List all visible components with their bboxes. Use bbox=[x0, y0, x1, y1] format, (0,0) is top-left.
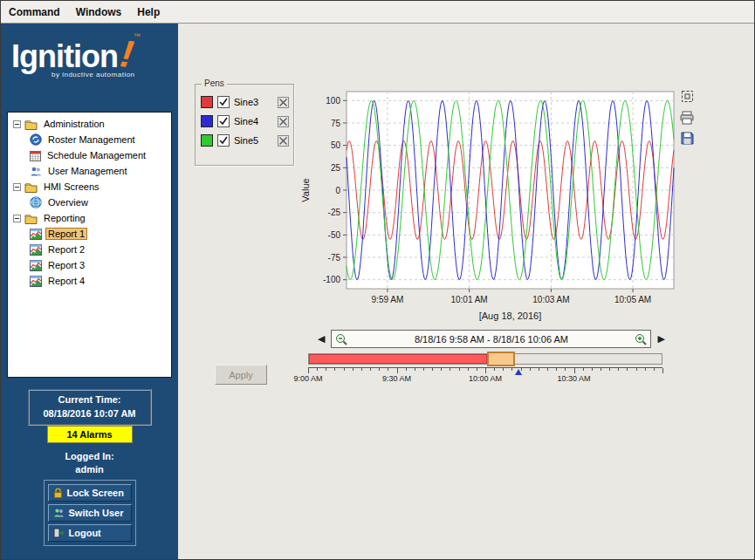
timeline-tick bbox=[654, 368, 655, 371]
apply-button[interactable]: Apply bbox=[215, 365, 267, 385]
tree-item-label: User Management bbox=[45, 165, 130, 177]
timeline-tick bbox=[547, 368, 548, 371]
timeline-tick bbox=[565, 368, 566, 371]
pen-color-swatch bbox=[201, 115, 213, 127]
tree-item-report-1[interactable]: Report 1 bbox=[9, 226, 170, 242]
timeline-tick bbox=[334, 368, 335, 371]
tree-collapse-handle[interactable] bbox=[13, 183, 21, 191]
tree-item-reporting[interactable]: Reporting bbox=[9, 210, 170, 226]
timeline-track[interactable] bbox=[308, 353, 662, 365]
menu-command[interactable]: Command bbox=[9, 6, 60, 18]
svg-text:100: 100 bbox=[326, 96, 340, 106]
timeline-selection[interactable] bbox=[487, 352, 515, 366]
tree-item-label: Reporting bbox=[41, 212, 88, 224]
pen-delete-icon[interactable] bbox=[278, 97, 289, 108]
timeline-current-time-marker bbox=[515, 369, 522, 375]
tree-item-label: Schedule Management bbox=[45, 149, 148, 161]
timeline-tick-label: 10:30 AM bbox=[557, 374, 590, 383]
pen-checkbox[interactable] bbox=[217, 96, 230, 108]
logged-in-block: Logged In: admin bbox=[1, 450, 178, 477]
svg-text:Value: Value bbox=[300, 178, 311, 201]
timeline-tick-label: 9:30 AM bbox=[382, 374, 411, 383]
range-forward-button[interactable]: ▶ bbox=[657, 330, 664, 348]
tree-item-label: HMI Screens bbox=[41, 181, 102, 193]
pen-checkbox[interactable] bbox=[217, 134, 230, 147]
nav-tree: AdministrationRoster ManagementSchedule … bbox=[7, 112, 172, 378]
timeline-tick bbox=[344, 368, 345, 371]
pens-panel: Pens Sine3Sine4Sine5 bbox=[195, 84, 294, 166]
tree-item-label: Report 4 bbox=[45, 275, 87, 287]
tree-item-label: Report 2 bbox=[45, 243, 87, 256]
current-time-box: Current Time: 08/18/2016 10:07 AM bbox=[28, 389, 152, 426]
svg-text:-100: -100 bbox=[323, 275, 340, 284]
timeline-tick bbox=[583, 368, 584, 371]
tree-item-report-3[interactable]: Report 3 bbox=[9, 257, 170, 273]
timeline-tick bbox=[618, 368, 619, 371]
tree-item-user-management[interactable]: User Management bbox=[9, 163, 170, 179]
tree-item-label: Roster Management bbox=[45, 133, 138, 146]
timeline-tick bbox=[485, 368, 486, 373]
svg-text:9:59 AM: 9:59 AM bbox=[372, 295, 404, 304]
report-icon bbox=[30, 229, 42, 240]
tree-collapse-handle[interactable] bbox=[13, 215, 21, 222]
timeline-tick bbox=[539, 368, 539, 371]
switch-user-icon bbox=[53, 508, 65, 518]
timeline-tick bbox=[645, 368, 646, 371]
folder-icon bbox=[24, 181, 38, 193]
timeline-tick bbox=[370, 368, 371, 371]
pen-checkbox[interactable] bbox=[217, 115, 230, 127]
menu-windows[interactable]: Windows bbox=[76, 6, 122, 18]
session-button-label: Switch User bbox=[69, 508, 124, 518]
folder-icon bbox=[24, 213, 38, 224]
pen-row-sine3: Sine3 bbox=[201, 92, 289, 112]
tree-item-label: Report 1 bbox=[45, 228, 87, 240]
svg-text:50: 50 bbox=[331, 140, 341, 150]
lock-screen-button[interactable]: Lock Screen bbox=[48, 484, 132, 502]
tree-item-label: Overview bbox=[45, 196, 91, 208]
window-body: Ignition!™ by inductive automation Admin… bbox=[1, 24, 754, 559]
tree-item-overview[interactable]: Overview bbox=[9, 195, 170, 210]
timeline-tick bbox=[556, 368, 557, 371]
save-button[interactable] bbox=[678, 132, 696, 147]
maximize-button[interactable] bbox=[678, 90, 696, 106]
pen-delete-icon[interactable] bbox=[278, 116, 289, 127]
logout-button[interactable]: Logout bbox=[48, 524, 132, 542]
tree-item-schedule-management[interactable]: Schedule Management bbox=[9, 147, 170, 163]
users-icon bbox=[30, 166, 42, 177]
timeline-tick bbox=[609, 368, 610, 371]
tree-item-report-2[interactable]: Report 2 bbox=[9, 242, 170, 257]
menu-help[interactable]: Help bbox=[137, 6, 160, 18]
svg-text:-75: -75 bbox=[328, 253, 341, 263]
calendar-icon bbox=[30, 150, 41, 161]
folder-icon bbox=[24, 119, 38, 130]
print-icon bbox=[680, 111, 694, 127]
pen-list: Sine3Sine4Sine5 bbox=[196, 85, 293, 150]
pen-delete-icon[interactable] bbox=[278, 135, 289, 147]
alarms-badge[interactable]: 14 Alarms bbox=[47, 426, 133, 443]
range-selector: ◀ 8/18/16 9:58 AM - 8/18/16 10:06 AM ▶ bbox=[318, 330, 665, 348]
current-time-value: 08/18/2016 10:07 AM bbox=[30, 407, 150, 421]
timeline-tick bbox=[468, 368, 469, 371]
timeline-tick bbox=[379, 368, 380, 371]
timeline-history-bar bbox=[309, 354, 487, 364]
switch-user-button[interactable]: Switch User bbox=[48, 504, 132, 522]
maximize-icon bbox=[681, 90, 694, 106]
timeline-tick bbox=[397, 368, 398, 373]
svg-text:-50: -50 bbox=[328, 230, 341, 240]
timeline-tick bbox=[317, 368, 318, 371]
range-back-button[interactable]: ◀ bbox=[318, 330, 325, 348]
timeline-tick bbox=[627, 368, 628, 371]
zoom-in-icon[interactable] bbox=[635, 333, 647, 345]
tree-item-administration[interactable]: Administration bbox=[9, 116, 170, 132]
tree-item-report-4[interactable]: Report 4 bbox=[9, 273, 170, 289]
tree-collapse-handle[interactable] bbox=[13, 120, 21, 128]
timeline-tick bbox=[662, 368, 663, 373]
timeline-tick bbox=[601, 368, 601, 371]
timeline-tick bbox=[636, 368, 637, 371]
print-button[interactable] bbox=[678, 111, 696, 126]
zoom-out-icon[interactable] bbox=[335, 333, 347, 345]
tree-item-hmi-screens[interactable]: HMI Screens bbox=[9, 179, 170, 195]
tree-item-roster-management[interactable]: Roster Management bbox=[9, 132, 170, 147]
pen-color-swatch bbox=[201, 96, 213, 108]
range-text: 8/18/16 9:58 AM - 8/18/16 10:06 AM bbox=[347, 334, 635, 345]
